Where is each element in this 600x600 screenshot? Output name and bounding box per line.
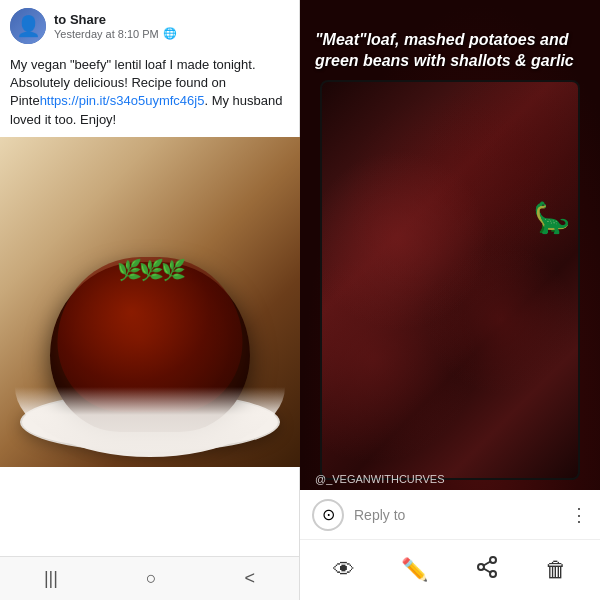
right-panel: "Meat"loaf, mashed potatoes and green be… — [300, 0, 600, 600]
delete-icon[interactable]: 🗑 — [545, 557, 567, 583]
phone-nav: ||| ○ < — [0, 556, 299, 600]
story-actions: 👁 ✏️ 🗑 — [300, 540, 600, 600]
camera-icon[interactable]: ⊙ — [312, 499, 344, 531]
svg-line-4 — [483, 562, 490, 566]
post-text: My vegan "beefy" lentil loaf I made toni… — [0, 52, 299, 137]
avatar-image — [10, 8, 46, 44]
svg-line-3 — [483, 569, 490, 573]
post-meta: to Share Yesterday at 8:10 PM 🌐 — [54, 12, 177, 40]
dinosaur-sticker: 🦕 — [533, 200, 570, 235]
more-options-icon[interactable]: ⋮ — [570, 504, 588, 526]
post-time-text: Yesterday at 8:10 PM — [54, 28, 159, 40]
share-icon[interactable] — [475, 555, 499, 585]
story-overlay-text: "Meat"loaf, mashed potatoes and green be… — [315, 30, 590, 72]
reply-placeholder: Reply to — [354, 507, 405, 523]
post-time: Yesterday at 8:10 PM 🌐 — [54, 27, 177, 40]
back-button[interactable]: < — [229, 560, 272, 597]
story-bottom-bar: ⊙ Reply to ⋮ 👁 ✏️ 🗑 — [300, 490, 600, 600]
view-icon[interactable]: 👁 — [333, 557, 355, 583]
post-username: to Share — [54, 12, 177, 27]
story-title: "Meat"loaf, mashed potatoes and green be… — [315, 31, 574, 69]
food-image: 🌿🌿🌿 — [0, 137, 300, 467]
pan-texture — [322, 82, 578, 478]
recent-apps-button[interactable]: ||| — [28, 560, 74, 597]
left-panel: to Share Yesterday at 8:10 PM 🌐 My vegan… — [0, 0, 300, 600]
home-button[interactable]: ○ — [130, 560, 173, 597]
edit-icon[interactable]: ✏️ — [401, 557, 428, 583]
globe-icon: 🌐 — [163, 27, 177, 40]
herbs-garnish: 🌿🌿🌿 — [90, 258, 210, 282]
camera-symbol: ⊙ — [322, 505, 335, 524]
pan-visual — [320, 80, 580, 480]
reply-bar: ⊙ Reply to ⋮ — [300, 490, 600, 540]
reply-input-area[interactable]: Reply to — [354, 507, 560, 523]
post-header: to Share Yesterday at 8:10 PM 🌐 — [0, 0, 299, 52]
username-tag: @_VEGANWITHCURVES — [315, 473, 445, 485]
avatar — [10, 8, 46, 44]
post-link[interactable]: https://pin.it/s34o5uymfc46j5 — [40, 93, 205, 108]
